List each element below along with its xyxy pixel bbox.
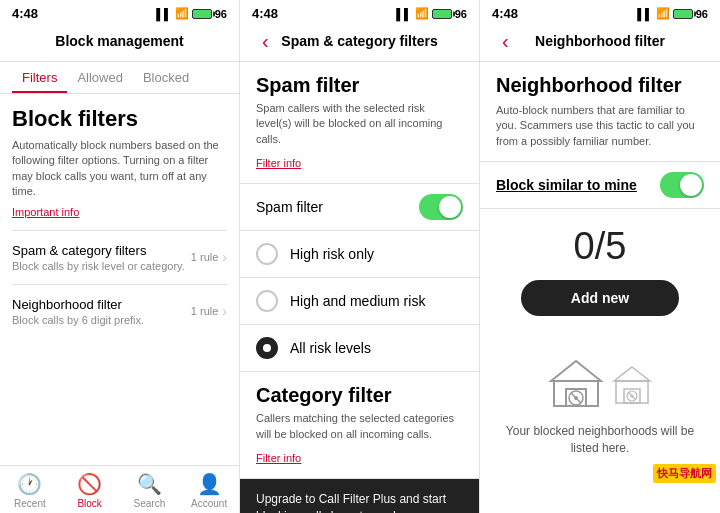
filter-neighborhood-rule: 1 rule [191, 305, 219, 317]
nav-header-2: ‹ Spam & category filters [240, 25, 479, 62]
tab-blocked[interactable]: Blocked [133, 62, 199, 93]
counter-block: 0/5 Add new [480, 209, 720, 348]
nav-title-2: Spam & category filters [281, 33, 437, 49]
spam-filter-toggle-row[interactable]: Spam filter [240, 184, 479, 231]
watermark: 快马导航网 [653, 464, 716, 483]
neighborhood-footer-text: Your blocked neighborhoods will be liste… [506, 424, 694, 455]
spam-toggle-switch[interactable] [419, 194, 463, 220]
radio-high-medium-risk[interactable]: High and medium risk [240, 278, 479, 325]
radio-all-risk-circle [256, 337, 278, 359]
status-time-3: 4:48 [492, 6, 518, 21]
house-illustration [480, 348, 720, 415]
filter-spam-name: Spam & category filters [12, 243, 191, 258]
block-similar-label: Block similar to mine [496, 177, 637, 193]
tab-account[interactable]: 👤 Account [179, 472, 239, 509]
house-svg-left [546, 356, 606, 411]
wifi-icon-3: 📶 [656, 7, 670, 20]
tab-recent[interactable]: 🕐 Recent [0, 472, 60, 509]
recent-icon: 🕐 [17, 472, 42, 496]
counter-value: 0/5 [574, 225, 627, 268]
svg-line-11 [629, 393, 636, 400]
upgrade-banner[interactable]: Upgrade to Call Filter Plus and start bl… [240, 479, 479, 513]
upgrade-banner-text: Upgrade to Call Filter Plus and start bl… [256, 492, 446, 513]
tab-search[interactable]: 🔍 Search [120, 472, 180, 509]
nav-header-3: ‹ Neighborhood filter [480, 25, 720, 62]
nav-title-3: Neighborhood filter [535, 33, 665, 49]
status-icons-1: ▌▌ 📶 96 [156, 7, 227, 20]
radio-all-risk-label: All risk levels [290, 340, 371, 356]
battery-level-3: 96 [696, 8, 708, 20]
radio-high-risk-circle [256, 243, 278, 265]
spam-filters-content: Spam filter Spam callers with the select… [240, 62, 479, 513]
status-bar-3: 4:48 ▌▌ 📶 96 [480, 0, 720, 25]
nav-title-1: Block management [55, 33, 183, 49]
radio-high-risk[interactable]: High risk only [240, 231, 479, 278]
block-similar-toggle[interactable] [660, 172, 704, 198]
account-icon: 👤 [197, 472, 222, 496]
battery-icon-3 [673, 9, 693, 19]
tab-block-label: Block [77, 498, 101, 509]
chevron-neighborhood-icon: › [222, 303, 227, 319]
spam-filter-desc: Spam callers with the selected risk leve… [256, 101, 463, 147]
radio-high-medium-label: High and medium risk [290, 293, 425, 309]
tab-allowed[interactable]: Allowed [67, 62, 133, 93]
status-time-2: 4:48 [252, 6, 278, 21]
signal-icon-3: ▌▌ [637, 8, 653, 20]
panel-spam-filters: 4:48 ▌▌ 📶 96 ‹ Spam & category filters S… [240, 0, 480, 513]
status-icons-3: ▌▌ 📶 96 [637, 7, 708, 20]
svg-rect-1 [554, 381, 598, 406]
filter-neighborhood-name: Neighborhood filter [12, 297, 191, 312]
signal-icon-1: ▌▌ [156, 8, 172, 20]
block-filters-content: Block filters Automatically block number… [0, 94, 239, 465]
neighborhood-header-block: Neighborhood filter Auto-block numbers t… [480, 62, 720, 162]
filter-item-neighborhood[interactable]: Neighborhood filter Block calls by 6 dig… [12, 284, 227, 338]
tab-search-label: Search [134, 498, 166, 509]
filter-spam-rule: 1 rule [191, 251, 219, 263]
back-arrow-3[interactable]: ‹ [502, 30, 509, 53]
block-filters-title: Block filters [12, 106, 227, 132]
neighborhood-content: Neighborhood filter Auto-block numbers t… [480, 62, 720, 513]
tab-account-label: Account [191, 498, 227, 509]
neighborhood-footer: Your blocked neighborhoods will be liste… [480, 415, 720, 469]
panel-block-management: 4:48 ▌▌ 📶 96 Block management Filters Al… [0, 0, 240, 513]
spam-filter-section: Spam filter Spam callers with the select… [240, 62, 479, 184]
svg-marker-0 [551, 361, 601, 381]
filter-item-spam[interactable]: Spam & category filters Block calls by r… [12, 230, 227, 284]
neighborhood-desc: Auto-block numbers that are familiar to … [496, 103, 704, 149]
house-svg-right [610, 363, 654, 407]
status-bar-1: 4:48 ▌▌ 📶 96 [0, 0, 239, 25]
tab-recent-label: Recent [14, 498, 46, 509]
wifi-icon-2: 📶 [415, 7, 429, 20]
spam-filter-info-link[interactable]: Filter info [256, 157, 301, 169]
spam-filter-title: Spam filter [256, 74, 463, 97]
wifi-icon-1: 📶 [175, 7, 189, 20]
chevron-spam-icon: › [222, 249, 227, 265]
tab-block[interactable]: 🚫 Block [60, 472, 120, 509]
back-arrow-2[interactable]: ‹ [262, 30, 269, 53]
radio-all-risk[interactable]: All risk levels [240, 325, 479, 372]
radio-high-risk-label: High risk only [290, 246, 374, 262]
category-filter-title: Category filter [256, 384, 463, 407]
search-icon: 🔍 [137, 472, 162, 496]
status-icons-2: ▌▌ 📶 96 [396, 7, 467, 20]
nav-header-1: Block management [0, 25, 239, 62]
important-info-link[interactable]: Important info [12, 206, 227, 218]
battery-icon-1 [192, 9, 212, 19]
block-filters-subtitle: Automatically block numbers based on the… [12, 138, 227, 200]
bottom-tab-bar-1: 🕐 Recent 🚫 Block 🔍 Search 👤 Account [0, 465, 239, 513]
block-similar-row[interactable]: Block similar to mine [480, 162, 720, 209]
spam-toggle-label: Spam filter [256, 199, 323, 215]
add-new-button[interactable]: Add new [521, 280, 679, 316]
panel-neighborhood-filter: 4:48 ▌▌ 📶 96 ‹ Neighborhood filter Neigh… [480, 0, 720, 513]
block-icon: 🚫 [77, 472, 102, 496]
battery-level-1: 96 [215, 8, 227, 20]
signal-icon-2: ▌▌ [396, 8, 412, 20]
filter-spam-desc: Block calls by risk level or category. [12, 260, 191, 272]
battery-icon-2 [432, 9, 452, 19]
status-time-1: 4:48 [12, 6, 38, 21]
category-filter-info-link[interactable]: Filter info [256, 452, 301, 464]
battery-level-2: 96 [455, 8, 467, 20]
svg-marker-6 [614, 367, 650, 381]
filter-neighborhood-desc: Block calls by 6 digit prefix. [12, 314, 191, 326]
tab-filters[interactable]: Filters [12, 62, 67, 93]
